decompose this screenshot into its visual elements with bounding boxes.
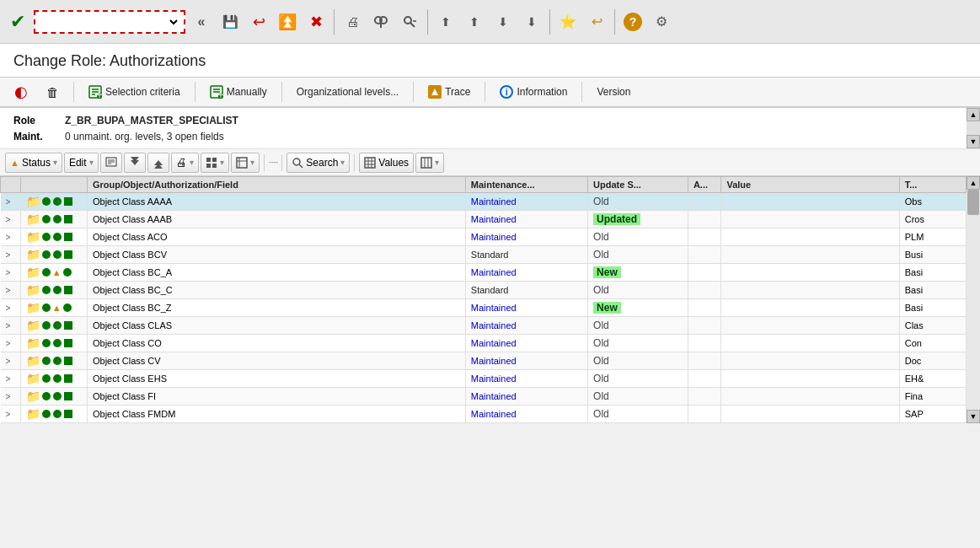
settings-button[interactable]: ⚙ bbox=[649, 9, 674, 35]
expand-cell[interactable]: > bbox=[1, 228, 21, 246]
expand-cell[interactable]: > bbox=[1, 406, 21, 423]
bookmark-button[interactable]: ⭐ bbox=[555, 9, 581, 35]
a-cell bbox=[688, 335, 721, 352]
expand-cell[interactable]: > bbox=[1, 388, 21, 406]
table-scroll-up[interactable]: ▲ bbox=[967, 176, 980, 190]
grid2-button[interactable]: ▾ bbox=[201, 153, 229, 173]
scroll-up-arrow[interactable]: ▲ bbox=[967, 108, 980, 121]
move-down-button[interactable] bbox=[124, 153, 146, 173]
print2-button[interactable]: 🖨 ▾ bbox=[171, 153, 199, 173]
table-row[interactable]: > 📁 Object Class FI Maintained Old Fina bbox=[1, 388, 967, 406]
table-header: Group/Object/Authorization/Field Mainten… bbox=[1, 177, 967, 193]
delete-button[interactable]: 🗑 bbox=[40, 83, 65, 102]
download-button[interactable]: ⬇ bbox=[490, 9, 516, 35]
table-row[interactable]: > 📁▲ Object Class BC_A Maintained New Ba… bbox=[1, 264, 967, 282]
move-up-button[interactable] bbox=[147, 153, 169, 173]
expand-cell[interactable]: > bbox=[1, 299, 21, 317]
table-row[interactable]: > 📁 Object Class EHS Maintained Old EH& bbox=[1, 370, 967, 388]
expand-arrow[interactable]: > bbox=[6, 392, 11, 401]
name-header[interactable]: Group/Object/Authorization/Field bbox=[87, 177, 465, 193]
columns-button[interactable]: ▾ bbox=[415, 153, 444, 173]
status-button[interactable]: ▲ Status ▾ bbox=[5, 153, 62, 173]
table-row[interactable]: > 📁 Object Class FMDM Maintained Old SAP bbox=[1, 406, 967, 423]
expand-arrow[interactable]: > bbox=[6, 339, 11, 348]
print2-dropdown-icon: ▾ bbox=[190, 158, 194, 167]
expand-cell[interactable]: > bbox=[1, 193, 21, 211]
download2-button[interactable]: ⬇ bbox=[519, 9, 544, 35]
find-button[interactable] bbox=[368, 9, 394, 35]
expand2-button[interactable]: ▾ bbox=[231, 153, 260, 173]
information-button[interactable]: i Information bbox=[494, 83, 573, 101]
table-row[interactable]: > 📁 Object Class CO Maintained Old Con bbox=[1, 335, 967, 352]
t-cell: Basi bbox=[899, 282, 966, 299]
table-row[interactable]: > 📁 Object Class BC_C Standard Old Basi bbox=[1, 282, 967, 299]
expand-arrow[interactable]: > bbox=[6, 304, 11, 313]
svg-text:+: + bbox=[217, 89, 223, 99]
print-button[interactable]: 🖨 bbox=[340, 9, 365, 35]
square-green-icon bbox=[64, 233, 72, 241]
up-button[interactable]: ⏫ bbox=[275, 9, 300, 35]
t-header[interactable]: T... bbox=[899, 177, 966, 193]
expand-arrow[interactable]: > bbox=[6, 410, 11, 419]
expand-cell[interactable]: > bbox=[1, 264, 21, 282]
expand-cell[interactable]: > bbox=[1, 246, 21, 264]
expand-arrow[interactable]: > bbox=[6, 197, 11, 207]
help-button[interactable]: ? bbox=[620, 9, 645, 35]
command-dropdown[interactable] bbox=[34, 10, 185, 34]
table-row[interactable]: > 📁 Object Class BCV Standard Old Busi bbox=[1, 246, 967, 264]
expand-arrow[interactable]: > bbox=[6, 268, 11, 277]
history-button[interactable]: ↩ bbox=[584, 9, 609, 35]
update-header[interactable]: Update S... bbox=[588, 177, 688, 193]
expand-cell[interactable]: > bbox=[1, 317, 21, 335]
expand-arrow[interactable]: > bbox=[6, 250, 11, 260]
upload2-button[interactable]: ⬆ bbox=[462, 9, 487, 35]
table-row[interactable]: > 📁 Object Class ACO Maintained Old PLM bbox=[1, 228, 967, 246]
version-button[interactable]: Version bbox=[591, 83, 636, 100]
a-header[interactable]: A... bbox=[688, 177, 721, 193]
expand-cell[interactable]: > bbox=[1, 370, 21, 388]
columns-icon bbox=[420, 157, 432, 169]
expand-cell[interactable]: > bbox=[1, 211, 21, 228]
table-row[interactable]: > 📁 Object Class AAAB Maintained Updated… bbox=[1, 211, 967, 228]
check-button[interactable]: ✔ bbox=[5, 9, 30, 35]
org-levels-button[interactable]: Organizational levels... bbox=[291, 83, 404, 100]
selection-criteria-button[interactable]: + Selection criteria bbox=[83, 83, 186, 101]
expand-arrow[interactable]: > bbox=[6, 286, 11, 295]
expand-cell[interactable]: > bbox=[1, 335, 21, 352]
a-cell bbox=[688, 282, 721, 299]
undo-button[interactable]: ↩ bbox=[246, 9, 271, 35]
expand-arrow[interactable]: > bbox=[6, 321, 11, 330]
save-button[interactable]: 💾 bbox=[217, 9, 243, 35]
maintenance-header[interactable]: Maintenance... bbox=[465, 177, 587, 193]
table-wrapper[interactable]: Group/Object/Authorization/Field Mainten… bbox=[0, 176, 980, 423]
expand-arrow[interactable]: > bbox=[6, 233, 11, 242]
cancel-button[interactable]: ✖ bbox=[303, 9, 329, 35]
trace-button[interactable]: Trace bbox=[422, 83, 476, 101]
search-button[interactable]: Search ▾ bbox=[287, 153, 350, 173]
scroll-down-arrow[interactable]: ▼ bbox=[967, 135, 980, 148]
maintenance-cell: Maintained bbox=[465, 317, 587, 335]
expand-arrow[interactable]: > bbox=[6, 215, 11, 224]
table-row[interactable]: > 📁 Object Class CLAS Maintained Old Cla… bbox=[1, 317, 967, 335]
table-row[interactable]: > 📁 Object Class CV Maintained Old Doc bbox=[1, 352, 967, 370]
expand-cell[interactable]: > bbox=[1, 282, 21, 299]
table-scroll-down[interactable]: ▼ bbox=[967, 410, 980, 423]
edit-button[interactable]: Edit ▾ bbox=[64, 153, 99, 173]
manually-button[interactable]: + Manually bbox=[204, 83, 273, 101]
table-scroll-thumb[interactable] bbox=[967, 190, 979, 215]
expand-arrow[interactable]: > bbox=[6, 374, 11, 384]
expand-arrow[interactable]: > bbox=[6, 357, 11, 366]
halfcircle-button[interactable]: ◐ bbox=[8, 80, 34, 104]
command-select[interactable] bbox=[39, 15, 180, 29]
back-arrows-button[interactable]: « bbox=[189, 9, 214, 35]
edit2-button[interactable] bbox=[100, 153, 122, 173]
value-header[interactable]: Value bbox=[721, 177, 899, 193]
values-button[interactable]: Values bbox=[359, 153, 414, 173]
table-row[interactable]: > 📁▲ Object Class BC_Z Maintained New Ba… bbox=[1, 299, 967, 317]
find-next-button[interactable] bbox=[397, 9, 422, 35]
expand-cell[interactable]: > bbox=[1, 352, 21, 370]
columns-dropdown-icon: ▾ bbox=[435, 158, 439, 167]
update-cell: Old bbox=[588, 388, 688, 406]
upload-button[interactable]: ⬆ bbox=[433, 9, 458, 35]
table-row[interactable]: > 📁 Object Class AAAA Maintained Old Obs bbox=[1, 193, 967, 211]
